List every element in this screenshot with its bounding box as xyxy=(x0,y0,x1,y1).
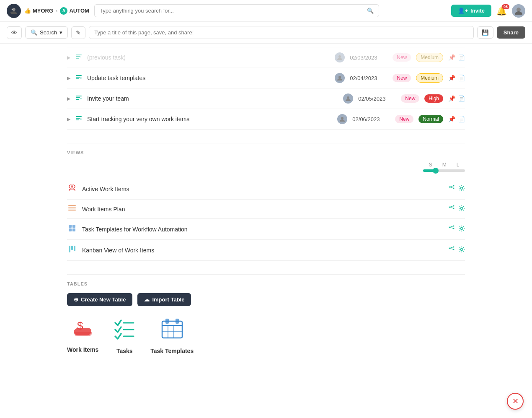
create-new-table-button[interactable]: ⊕ Create New Table xyxy=(67,293,132,306)
svg-point-9 xyxy=(347,96,349,99)
tasks-table-icon xyxy=(112,316,137,343)
list-item: Work Items Plan xyxy=(67,200,465,219)
expand-icon[interactable]: ▶ xyxy=(67,96,70,101)
pin-icon[interactable]: 📌 xyxy=(448,95,455,102)
expand-icon[interactable]: ▶ xyxy=(67,117,70,122)
share-icon[interactable] xyxy=(448,185,455,193)
svg-point-7 xyxy=(338,76,341,78)
svg-point-10 xyxy=(80,118,82,120)
kanban-view-icon xyxy=(67,245,77,255)
expand-icon[interactable]: ▶ xyxy=(67,55,70,60)
pin-icon[interactable]: 📌 xyxy=(448,75,455,81)
global-search-input[interactable] xyxy=(100,8,364,14)
global-search-icon[interactable]: 🔍 xyxy=(367,8,374,14)
task-actions: 📌 📄 xyxy=(448,116,465,122)
view-toggle-button[interactable]: 👁 xyxy=(7,26,22,39)
save-icon: 💾 xyxy=(482,29,489,36)
avatar xyxy=(335,52,345,62)
invite-button[interactable]: 👤+ Invite xyxy=(451,5,491,17)
org-label[interactable]: 👍 MYORG xyxy=(24,8,53,14)
global-search-bar: 🔍 xyxy=(94,4,379,17)
edit-button[interactable]: ✎ xyxy=(71,26,85,39)
table-card-task-templates[interactable]: Task Templates xyxy=(150,316,194,354)
svg-point-8 xyxy=(80,98,82,99)
svg-point-13 xyxy=(72,185,75,188)
work-items-plan-icon xyxy=(67,205,77,213)
task-icon xyxy=(75,74,82,82)
size-slider[interactable]: S M L xyxy=(423,162,465,172)
user-avatar-nav[interactable] xyxy=(7,4,21,18)
size-labels: S M L xyxy=(429,162,460,168)
doc-icon[interactable]: 📄 xyxy=(458,54,465,61)
expand-icon[interactable]: ▶ xyxy=(67,75,70,81)
status-badge: New xyxy=(393,74,411,82)
breadcrumb: 👍 MYORG › A AUTOM xyxy=(24,7,89,15)
svg-rect-41 xyxy=(162,321,182,338)
svg-point-29 xyxy=(461,228,463,230)
status-badge: New xyxy=(393,53,411,62)
svg-point-5 xyxy=(338,55,341,58)
table-row: ▶ Invite your team 02/05/2023 New High 📌… xyxy=(67,88,465,109)
doc-icon[interactable]: 📄 xyxy=(458,116,465,122)
size-track[interactable] xyxy=(423,169,465,172)
eye-icon: 👁 xyxy=(11,29,17,36)
svg-rect-22 xyxy=(69,225,72,228)
task-actions: 📌 📄 xyxy=(448,75,465,81)
tables-section: TABLES ⊕ Create New Table ☁ Import Table… xyxy=(67,274,465,363)
app-icon: A xyxy=(60,7,67,15)
list-item: Task Templates for Workflow Automation xyxy=(67,219,465,240)
svg-rect-31 xyxy=(71,246,73,250)
doc-icon[interactable]: 📄 xyxy=(458,95,465,102)
task-icon xyxy=(75,115,82,123)
avatar xyxy=(343,93,353,104)
task-actions: 📌 📄 xyxy=(448,95,465,102)
pin-icon[interactable]: 📌 xyxy=(448,116,455,122)
table-row: ▶ Start tracking your very own work item… xyxy=(67,109,465,130)
search-button[interactable]: 🔍 Search ▾ xyxy=(25,26,68,39)
chevron-down-icon: ▾ xyxy=(59,29,62,36)
avatar xyxy=(335,73,345,83)
doc-icon[interactable]: 📄 xyxy=(458,75,465,81)
priority-badge: High xyxy=(424,94,443,103)
svg-point-6 xyxy=(80,77,82,79)
import-table-button[interactable]: ☁ Import Table xyxy=(137,293,191,306)
svg-rect-25 xyxy=(72,228,75,231)
svg-rect-4 xyxy=(80,56,81,57)
user-profile-avatar[interactable] xyxy=(512,4,525,18)
navbar-left: 👍 MYORG › A AUTOM xyxy=(7,4,89,18)
app-label[interactable]: A AUTOM xyxy=(60,7,89,15)
search-btn-icon: 🔍 xyxy=(31,29,37,36)
sub-toolbar: 👁 🔍 Search ▾ ✎ 💾 Share xyxy=(0,22,532,44)
page-title-input[interactable] xyxy=(89,26,474,39)
svg-point-17 xyxy=(461,187,463,190)
status-badge: New xyxy=(395,115,413,123)
settings-icon[interactable] xyxy=(458,225,465,233)
svg-point-36 xyxy=(461,249,463,251)
main-content: ▶ (previous task) 02/03/2023 New Medium … xyxy=(0,47,532,363)
views-section-label: VIEWS xyxy=(67,143,465,155)
save-button[interactable]: 💾 xyxy=(477,26,493,39)
share-icon[interactable] xyxy=(448,246,455,254)
person-add-icon: 👤+ xyxy=(458,8,468,14)
task-icon xyxy=(75,53,82,62)
settings-icon[interactable] xyxy=(458,205,465,213)
notifications-button[interactable]: 🔔 98 xyxy=(496,6,507,16)
pin-icon[interactable]: 📌 xyxy=(448,54,455,61)
navbar-right: 👤+ Invite 🔔 98 xyxy=(451,4,525,18)
breadcrumb-sep: › xyxy=(56,8,57,14)
table-card-label: Work Items xyxy=(67,346,98,353)
table-card-label: Task Templates xyxy=(150,348,194,354)
share-icon[interactable] xyxy=(448,225,455,233)
table-card-tasks[interactable]: Tasks xyxy=(112,316,137,354)
size-selector: S M L xyxy=(67,162,465,172)
settings-icon[interactable] xyxy=(458,246,465,254)
table-cards: $ Work Items xyxy=(67,316,465,363)
share-button[interactable]: Share xyxy=(497,26,525,39)
svg-rect-23 xyxy=(72,225,75,228)
share-icon[interactable] xyxy=(448,205,455,213)
task-actions: 📌 📄 xyxy=(448,54,465,61)
priority-badge: Medium xyxy=(416,53,443,62)
svg-rect-2 xyxy=(10,11,12,13)
table-card-work-items[interactable]: $ Work Items xyxy=(67,316,98,354)
settings-icon[interactable] xyxy=(458,185,465,193)
